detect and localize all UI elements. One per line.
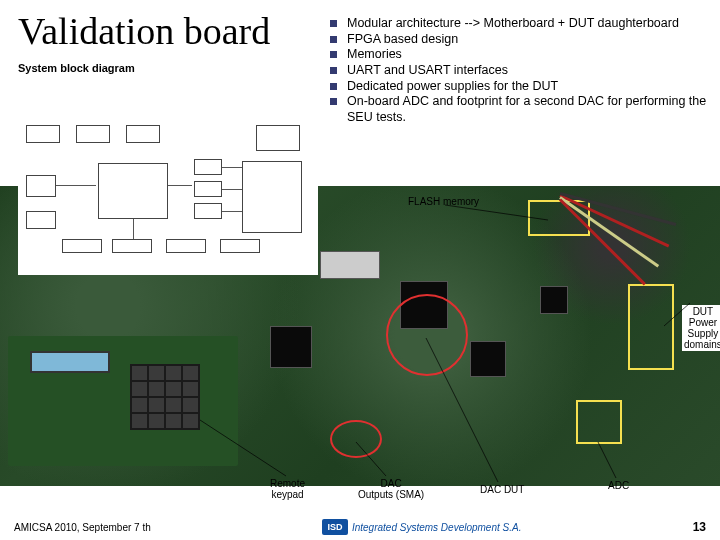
slide-subtitle: System block diagram (18, 62, 318, 74)
bullet-text: FPGA based design (347, 32, 458, 48)
keypad (130, 364, 200, 430)
adc-label: ADC (608, 480, 629, 491)
lcd-display (30, 351, 110, 373)
adc-annotation-box (576, 400, 622, 444)
bullet-text: Dedicated power supplies for the DUT (347, 79, 558, 95)
system-block-diagram (18, 115, 318, 275)
footer-left: AMICSA 2010, September 7 th (14, 522, 151, 533)
bullet-icon (330, 83, 337, 90)
bullet-icon (330, 20, 337, 27)
dac-outputs-label: DAC Outputs (SMA) (358, 478, 424, 500)
bullet-text: UART and USART interfaces (347, 63, 508, 79)
dac-dut-annotation-circle (386, 294, 468, 376)
dut-power-label: DUT Power Supply domains (682, 305, 720, 351)
list-item: On-board ADC and footprint for a second … (330, 94, 708, 125)
list-item: Modular architecture --> Motherboard + D… (330, 16, 708, 32)
bullet-text: Modular architecture --> Motherboard + D… (347, 16, 679, 32)
footer-logo: ISD Integrated Systems Development S.A. (322, 519, 522, 535)
list-item: UART and USART interfaces (330, 63, 708, 79)
slide-title: Validation board (18, 12, 318, 52)
bullet-text: Memories (347, 47, 402, 63)
flash-label: FLASH memory (408, 196, 479, 207)
list-item: Memories (330, 47, 708, 63)
list-item: Dedicated power supplies for the DUT (330, 79, 708, 95)
dac-dut-label: DAC DUT (480, 484, 524, 495)
logo-text: Integrated Systems Development S.A. (352, 522, 522, 533)
list-item: FPGA based design (330, 32, 708, 48)
remote-keypad-label: Remote keypad (270, 478, 305, 500)
slide-footer: AMICSA 2010, September 7 th ISD Integrat… (0, 514, 720, 540)
bullet-text: On-board ADC and footprint for a second … (347, 94, 708, 125)
page-number: 13 (693, 520, 706, 534)
logo-badge: ISD (322, 519, 348, 535)
bullet-icon (330, 36, 337, 43)
bullet-icon (330, 98, 337, 105)
bullet-icon (330, 67, 337, 74)
bullet-list: Modular architecture --> Motherboard + D… (330, 12, 708, 125)
dac-output-annotation-circle (330, 420, 382, 458)
bullet-icon (330, 51, 337, 58)
dut-power-annotation-box (628, 284, 674, 370)
